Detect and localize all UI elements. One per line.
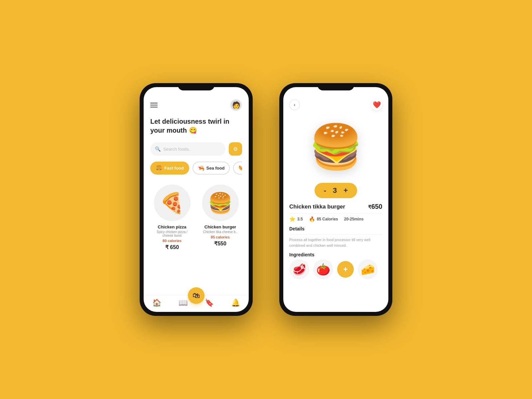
quantity-plus-button[interactable]: + (343, 186, 348, 195)
quantity-minus-button[interactable]: - (324, 186, 326, 195)
time-value: 20-25mins (344, 217, 364, 221)
nav-recipes[interactable]: 📖 (179, 299, 188, 307)
burger-large-image: 🍔 (309, 122, 363, 172)
pizza-image: 🍕 (154, 185, 191, 221)
search-placeholder: Search foods.. (163, 147, 191, 152)
pizza-price: ₹ 650 (165, 244, 179, 250)
ingredient-meat: 🥩 (289, 259, 309, 279)
food-card-pizza[interactable]: 🍕 Chicken pizza Spicy chicken pizza / ch… (150, 181, 194, 295)
menu-button[interactable] (150, 103, 158, 107)
category-chip-bbq[interactable]: 🌭 Barbe.. (233, 162, 242, 175)
category-row: 🍔 Fast food 🦐 Sea food 🌭 Barbe.. (150, 162, 242, 175)
search-row: 🔍 Search foods.. ⚙ (150, 142, 242, 156)
search-bar[interactable]: 🔍 Search foods.. (150, 142, 225, 156)
cart-fab-button[interactable]: 🛍 (188, 287, 204, 304)
burger-mini-image: 🍔 (202, 185, 239, 221)
fast-food-label: Fast food (164, 166, 184, 171)
burger-mini-sub: Chicken tika cheese b.. (203, 230, 237, 234)
sea-food-label: Sea food (206, 166, 225, 171)
nav-notifications[interactable]: 🔔 (231, 299, 240, 307)
ingredient-cheese: 🧀 (358, 259, 378, 279)
avatar-button[interactable]: 🧑 (230, 99, 242, 111)
detail-area: Chicken tikka burger ₹650 ⭐ 3.5 🔥 85 Cal… (283, 203, 388, 312)
burger-mini-name: Chicken burger (204, 224, 236, 229)
food-card-burger[interactable]: 🍔 Chicken burger Chicken tika cheese b..… (199, 181, 242, 295)
fast-food-icon: 🍔 (156, 165, 162, 171)
favourite-button[interactable]: ❤️ (371, 99, 382, 110)
bbq-icon: 🌭 (238, 165, 242, 171)
calories-item: 🔥 85 Calories (309, 216, 338, 222)
burger-mini-calories: 85 calories (211, 235, 230, 239)
currency-symbol: ₹ (368, 204, 371, 210)
calories-value: 85 Calories (317, 217, 338, 221)
category-chip-sea-food[interactable]: 🦐 Sea food (193, 162, 230, 175)
item-name: Chicken tikka burger (289, 203, 345, 210)
nav-home[interactable]: 🏠 (152, 299, 161, 307)
quantity-pill: - 3 + (315, 183, 357, 198)
details-text: Process all together in food processor t… (289, 237, 382, 248)
burger-image-area: 🍔 (283, 114, 388, 180)
phone2-header: ‹ ❤️ (283, 87, 388, 110)
fire-icon: 🔥 (309, 216, 315, 222)
pizza-name: Chicken pizza (158, 224, 187, 229)
filter-button[interactable]: ⚙ (229, 142, 242, 156)
time-item: 20-25mins (344, 217, 364, 221)
pizza-calories: 80 calories (163, 239, 182, 243)
filter-icon: ⚙ (233, 146, 238, 152)
ingredients-row: 🥩 🍅 + 🧀 (289, 259, 382, 279)
divider-2 (289, 234, 382, 234)
category-chip-fast-food[interactable]: 🍔 Fast food (150, 162, 189, 175)
add-ingredient-button[interactable]: + (337, 261, 354, 278)
phone1-header: 🧑 (150, 99, 242, 111)
ingredients-title: Ingredients (289, 252, 382, 257)
item-title-row: Chicken tikka burger ₹650 (289, 203, 382, 210)
nav-saved[interactable]: 🔖 (205, 299, 214, 307)
food-grid: 🍕 Chicken pizza Spicy chicken pizza / ch… (150, 181, 242, 295)
bottom-nav: 🏠 📖 🛍 🔖 🔔 (144, 295, 249, 312)
hero-text: Let deliciousness twirl in your mouth 😋 (150, 117, 242, 135)
phone-1: 🧑 Let deliciousness twirl in your mouth … (140, 83, 253, 316)
notch-1 (178, 83, 214, 90)
quantity-value: 3 (333, 186, 337, 195)
rating-item: ⭐ 3.5 (289, 216, 303, 222)
details-title: Details (289, 226, 382, 231)
avatar-emoji: 🧑 (232, 101, 240, 109)
star-icon: ⭐ (289, 216, 296, 222)
burger-mini-price: ₹550 (214, 240, 226, 247)
rating-value: 3.5 (297, 217, 303, 221)
pizza-sub: Spicy chicken pizza / cheese burst (153, 230, 191, 237)
heart-icon: ❤️ (373, 101, 381, 109)
phone-2: ‹ ❤️ 🍔 - 3 + Chicken tikka bur (279, 83, 392, 316)
item-price: ₹650 (368, 203, 382, 210)
ingredient-tomato: 🍅 (313, 259, 333, 279)
notch-2 (318, 83, 354, 90)
sea-food-icon: 🦐 (198, 165, 204, 171)
divider-1 (289, 213, 382, 213)
back-button[interactable]: ‹ (289, 99, 300, 110)
search-icon: 🔍 (155, 146, 161, 152)
quantity-row: - 3 + (283, 183, 388, 198)
meta-row: ⭐ 3.5 🔥 85 Calories 20-25mins (289, 216, 382, 222)
